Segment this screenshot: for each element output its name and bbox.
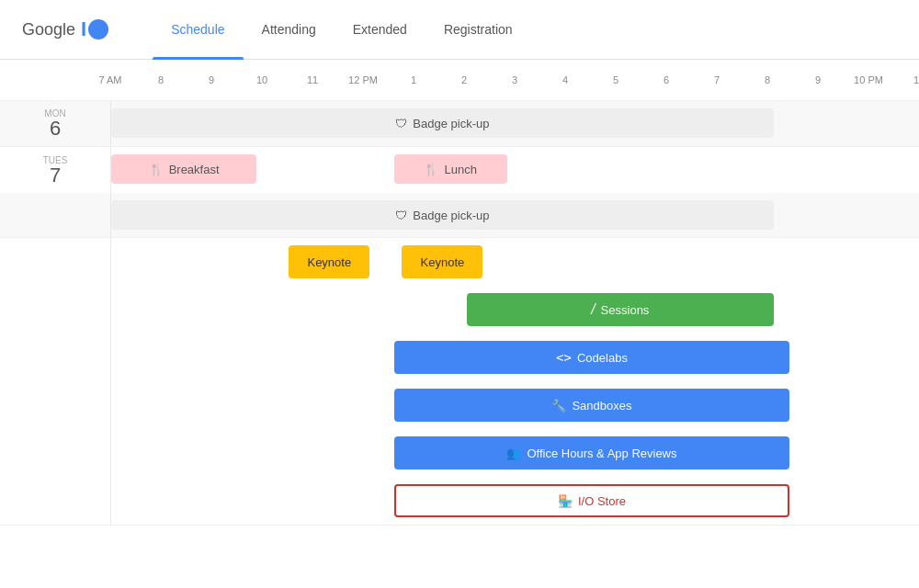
io-store-label: I/O Store	[578, 494, 626, 508]
time-header: 7 AM89101112 PM12345678910 PM11	[0, 60, 919, 101]
nav-schedule[interactable]: Schedule	[153, 11, 243, 48]
day-row-office: 👥 Office Hours & App Reviews	[0, 429, 919, 477]
people-icon: 👥	[506, 447, 521, 460]
office-hours-event[interactable]: 👥 Office Hours & App Reviews	[394, 436, 790, 469]
sandboxes-label: Sandboxes	[572, 399, 631, 413]
time-grid-tue-food: 🍴 Breakfast 🍴 Lunch	[110, 147, 919, 193]
time-label-12-PM: 12 PM	[348, 74, 378, 85]
time-label-7: 7	[714, 74, 720, 85]
day-row-store: 🏪 I/O Store	[0, 477, 919, 526]
sandboxes-event[interactable]: 🔧 Sandboxes	[394, 389, 790, 422]
time-grid-mon: 🛡 Badge pick-up	[110, 101, 919, 146]
time-labels: 7 AM89101112 PM12345678910 PM11	[110, 74, 919, 93]
badge-pickup-tue-label: Badge pick-up	[413, 209, 489, 222]
time-label-11: 11	[307, 74, 318, 85]
io-logo: I	[81, 17, 108, 41]
slash-icon-sessions: /	[591, 301, 595, 318]
main-nav: Schedule Attending Extended Registration	[153, 11, 530, 48]
time-label-10-PM: 10 PM	[854, 74, 883, 85]
time-grid-keynote: Keynote Keynote	[110, 238, 919, 286]
time-label-5: 5	[613, 74, 618, 85]
keynote-1[interactable]: Keynote	[289, 245, 369, 278]
day-label-mon: MON 6	[0, 101, 110, 146]
google-text: Google	[22, 20, 75, 40]
day-row-sessions: / Sessions	[0, 286, 919, 334]
logo-i: I	[81, 17, 86, 41]
nav-registration[interactable]: Registration	[425, 11, 531, 48]
time-grid-store: 🏪 I/O Store	[110, 477, 919, 525]
badge-pickup-mon-label: Badge pick-up	[413, 117, 489, 130]
time-grid-office: 👥 Office Hours & App Reviews	[110, 429, 919, 477]
io-store-event[interactable]: 🏪 I/O Store	[394, 484, 790, 517]
badge-pickup-mon[interactable]: 🛡 Badge pick-up	[111, 108, 774, 138]
keynote-2[interactable]: Keynote	[402, 245, 482, 278]
time-grid-sessions: / Sessions	[110, 286, 919, 334]
day-num-mon: 6	[50, 119, 61, 139]
time-label-6: 6	[664, 74, 669, 85]
day-row-keynote: Keynote Keynote	[0, 238, 919, 286]
store-icon: 🏪	[558, 494, 573, 508]
breakfast-label: Breakfast	[169, 163, 220, 176]
day-label-tue: TUES 7	[0, 147, 110, 193]
time-label-7-AM: 7 AM	[98, 74, 121, 85]
sessions-event[interactable]: / Sessions	[467, 293, 774, 326]
day-row-codelabs: <> Codelabs	[0, 334, 919, 381]
logo-circle	[88, 19, 108, 40]
shield-icon-tue: 🛡	[395, 209, 407, 222]
nav-attending[interactable]: Attending	[244, 11, 335, 48]
codelabs-label: Codelabs	[577, 351, 628, 365]
badge-pickup-tue[interactable]: 🛡 Badge pick-up	[111, 200, 774, 230]
time-label-8: 8	[765, 74, 770, 85]
day-row-sandboxes: 🔧 Sandboxes	[0, 381, 919, 429]
lunch-label: Lunch	[444, 163, 476, 176]
keynote-2-label: Keynote	[421, 255, 465, 269]
app-header: Google I Schedule Attending Extended Reg…	[0, 0, 919, 60]
utensils-icon-breakfast: 🍴	[149, 163, 164, 176]
time-label-3: 3	[512, 74, 517, 85]
shield-icon-mon: 🛡	[395, 117, 407, 130]
day-num-tue: 7	[50, 165, 61, 186]
sessions-label: Sessions	[601, 303, 650, 317]
timeline-inner: 7 AM89101112 PM12345678910 PM11 MON 6 🛡 …	[0, 60, 919, 526]
keynote-1-label: Keynote	[307, 255, 351, 269]
time-label-1: 1	[411, 74, 416, 85]
time-label-10: 10	[256, 74, 267, 85]
codelabs-event[interactable]: <> Codelabs	[394, 341, 790, 374]
time-label-4: 4	[562, 74, 568, 85]
google-io-logo: Google I	[22, 17, 108, 41]
wrench-icon: 🔧	[551, 399, 566, 413]
nav-extended[interactable]: Extended	[335, 11, 425, 48]
time-label-9: 9	[209, 74, 214, 85]
time-grid-codelabs: <> Codelabs	[110, 334, 919, 381]
time-label-9: 9	[815, 74, 821, 85]
utensils-icon-lunch: 🍴	[424, 163, 438, 176]
time-label-2: 2	[461, 74, 467, 85]
time-label-11: 11	[913, 74, 919, 85]
code-icon: <>	[556, 350, 572, 365]
office-hours-label: Office Hours & App Reviews	[527, 447, 676, 460]
day-row-tue-badge: 🛡 Badge pick-up	[0, 193, 919, 238]
lunch-event[interactable]: 🍴 Lunch	[394, 154, 507, 184]
time-label-8: 8	[158, 74, 164, 85]
day-row-mon: MON 6 🛡 Badge pick-up	[0, 101, 919, 147]
breakfast-event[interactable]: 🍴 Breakfast	[111, 154, 256, 184]
time-grid-tue-badge: 🛡 Badge pick-up	[110, 193, 919, 237]
day-row-tue-food: TUES 7 🍴 Breakfast 🍴 Lunch	[0, 147, 919, 193]
timeline-container: 7 AM89101112 PM12345678910 PM11 MON 6 🛡 …	[0, 60, 919, 526]
time-grid-sandboxes: 🔧 Sandboxes	[110, 381, 919, 429]
